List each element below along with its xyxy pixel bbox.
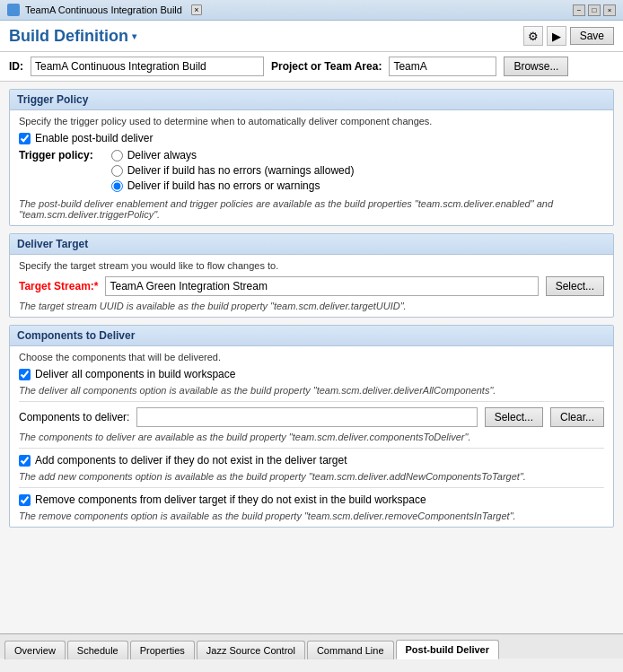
window-icon xyxy=(7,4,20,16)
deliver-all-label: Deliver all components in build workspac… xyxy=(35,368,235,380)
run-icon-button[interactable]: ▶ xyxy=(547,26,566,46)
tab-properties[interactable]: Properties xyxy=(130,641,195,659)
clear-components-button[interactable]: Clear... xyxy=(550,407,604,427)
remove-components-note: The remove components option is availabl… xyxy=(19,511,604,521)
radio-row-always: Deliver always xyxy=(111,149,355,161)
tab-jazz-source-control[interactable]: Jazz Source Control xyxy=(197,641,305,659)
tab-close-button[interactable]: × xyxy=(191,4,202,15)
radio-no-errors-label: Deliver if build has no errors (warnings… xyxy=(127,164,355,177)
select-components-button[interactable]: Select... xyxy=(485,407,543,427)
header-actions: ⚙ ▶ Save xyxy=(523,26,614,46)
id-label: ID: xyxy=(9,60,23,73)
radio-row-no-errors: Deliver if build has no errors (warnings… xyxy=(111,164,355,177)
trigger-policy-header: Trigger Policy xyxy=(10,90,613,110)
deliver-all-row: Deliver all components in build workspac… xyxy=(19,368,604,380)
trigger-policy-note: The post-build deliver enablement and tr… xyxy=(19,198,604,220)
components-note: The components to deliver are available … xyxy=(19,432,604,442)
maximize-button[interactable]: □ xyxy=(588,4,601,16)
select-stream-button[interactable]: Select... xyxy=(546,276,604,296)
add-components-checkbox[interactable] xyxy=(19,455,31,467)
separator2 xyxy=(19,448,604,449)
trigger-radio-group: Deliver always Deliver if build has no e… xyxy=(111,149,355,195)
trigger-label: Trigger policy: xyxy=(19,149,93,161)
trigger-policy-desc: Specify the trigger policy used to deter… xyxy=(19,116,604,127)
deliver-target-desc: Specify the target stream you would like… xyxy=(19,260,604,271)
tab-post-build-deliver[interactable]: Post-build Deliver xyxy=(396,640,500,659)
page-header: Build Definition ▾ ⚙ ▶ Save xyxy=(0,21,623,52)
close-button[interactable]: × xyxy=(603,4,616,16)
target-stream-input[interactable] xyxy=(105,276,538,296)
trigger-policy-row: Trigger policy: Deliver always Deliver i… xyxy=(19,149,604,195)
window-controls: − □ × xyxy=(573,4,616,16)
trigger-policy-body: Specify the trigger policy used to deter… xyxy=(10,110,613,225)
deliver-all-note: The deliver all components option is ava… xyxy=(19,385,604,396)
deliver-target-header: Deliver Target xyxy=(10,234,613,255)
save-button[interactable]: Save xyxy=(570,27,614,45)
tab-schedule[interactable]: Schedule xyxy=(67,641,128,659)
radio-row-no-warnings: Deliver if build has no errors or warnin… xyxy=(111,179,355,192)
deliver-all-checkbox[interactable] xyxy=(19,369,31,380)
window-title: TeamA Continuous Integration Build xyxy=(25,4,182,15)
radio-no-warnings[interactable] xyxy=(111,180,123,192)
title-bar: TeamA Continuous Integration Build × − □… xyxy=(0,0,623,21)
separator1 xyxy=(19,401,604,402)
add-components-row: Add components to deliver if they do not… xyxy=(19,454,604,467)
id-row: ID: Project or Team Area: Browse... xyxy=(0,52,623,82)
deliver-target-section: Deliver Target Specify the target stream… xyxy=(9,233,614,318)
radio-no-warnings-label: Deliver if build has no errors or warnin… xyxy=(127,179,320,192)
minimize-button[interactable]: − xyxy=(573,4,585,16)
id-field[interactable] xyxy=(31,57,264,76)
add-components-label: Add components to deliver if they do not… xyxy=(35,454,347,467)
remove-components-checkbox[interactable] xyxy=(19,494,31,506)
separator3 xyxy=(19,487,604,488)
components-desc: Choose the components that will be deliv… xyxy=(19,352,604,362)
target-stream-row: Target Stream:* Select... xyxy=(19,276,604,296)
enable-post-build-row: Enable post-build deliver xyxy=(19,132,604,144)
enable-post-build-checkbox[interactable] xyxy=(19,133,31,144)
settings-icon-button[interactable]: ⚙ xyxy=(523,26,543,46)
components-label: Components to deliver: xyxy=(19,411,129,423)
radio-always-label: Deliver always xyxy=(127,149,197,161)
trigger-policy-section: Trigger Policy Specify the trigger polic… xyxy=(9,89,614,226)
components-input[interactable] xyxy=(136,407,477,427)
components-section-header: Components to Deliver xyxy=(10,326,613,346)
remove-components-label: Remove components from deliver target if… xyxy=(35,493,426,506)
components-section: Components to Deliver Choose the compone… xyxy=(9,325,614,528)
main-content: Trigger Policy Specify the trigger polic… xyxy=(0,82,623,633)
remove-components-row: Remove components from deliver target if… xyxy=(19,493,604,506)
project-label: Project or Team Area: xyxy=(271,60,382,73)
browse-button[interactable]: Browse... xyxy=(504,57,568,76)
project-field[interactable] xyxy=(389,57,496,76)
deliver-target-note: The target stream UUID is available as t… xyxy=(19,301,604,311)
add-components-note: The add new components option is availab… xyxy=(19,471,604,482)
components-section-body: Choose the components that will be deliv… xyxy=(10,346,613,527)
tab-command-line[interactable]: Command Line xyxy=(307,641,394,659)
enable-post-build-label: Enable post-build deliver xyxy=(35,132,153,144)
tab-bar: Overview Schedule Properties Jazz Source… xyxy=(0,633,623,659)
deliver-target-body: Specify the target stream you would like… xyxy=(10,255,613,317)
radio-always[interactable] xyxy=(111,150,123,161)
page-title: Build Definition ▾ xyxy=(9,27,136,46)
title-text: Build Definition xyxy=(9,27,128,46)
target-stream-label: Target Stream:* xyxy=(19,280,98,292)
tab-overview[interactable]: Overview xyxy=(4,641,66,659)
radio-no-errors[interactable] xyxy=(111,165,123,177)
components-to-deliver-row: Components to deliver: Select... Clear..… xyxy=(19,407,604,427)
title-dropdown-arrow[interactable]: ▾ xyxy=(132,31,136,41)
